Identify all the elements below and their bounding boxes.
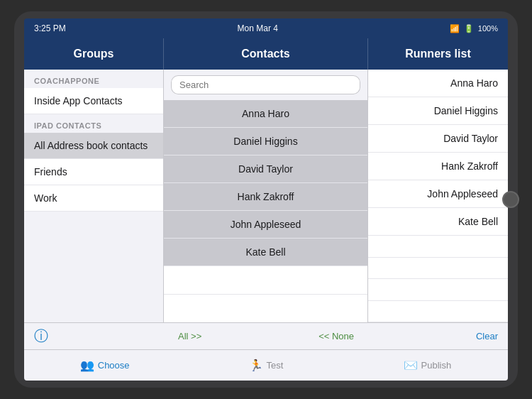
battery-percent: 100% xyxy=(478,24,498,33)
bottom-toolbar: ⓘ All >> << None Clear xyxy=(24,322,508,349)
contact-item-empty xyxy=(164,266,367,295)
contacts-list: Anna Haro Daniel Higgins David Taylor Ha… xyxy=(164,100,367,322)
contact-item[interactable]: Anna Haro xyxy=(164,100,367,128)
ipad-frame: 3:25 PM Mon Mar 4 📶 🔋 100% Groups Contac… xyxy=(14,11,518,388)
runner-item-empty xyxy=(368,258,508,280)
all-button[interactable]: All >> xyxy=(178,331,201,341)
tab-choose[interactable]: 👥 Choose xyxy=(24,359,185,372)
tab-test-label: Test xyxy=(267,360,284,371)
header-runners-label: Runners list xyxy=(405,48,470,60)
contacts-panel: Anna Haro Daniel Higgins David Taylor Ha… xyxy=(164,70,368,322)
groups-panel: COACHAPPONE Inside App Contacts IPAD CON… xyxy=(24,70,164,322)
header-groups-label: Groups xyxy=(74,48,114,60)
none-button[interactable]: << None xyxy=(318,331,354,341)
battery-icon: 🔋 xyxy=(464,24,474,33)
runner-item[interactable]: Kate Bell xyxy=(368,208,508,236)
contact-item[interactable]: John Appleseed xyxy=(164,211,367,239)
main-content: COACHAPPONE Inside App Contacts IPAD CON… xyxy=(24,70,508,322)
clear-button[interactable]: Clear xyxy=(476,331,498,341)
group-item-all-address[interactable]: All Address book contacts xyxy=(24,133,163,159)
contact-item[interactable]: Kate Bell xyxy=(164,239,367,266)
runner-item[interactable]: Daniel Higgins xyxy=(368,97,508,125)
contact-item[interactable]: David Taylor xyxy=(164,155,367,183)
bottom-center: All >> << None xyxy=(164,331,368,341)
header-bar: Groups Contacts Runners list xyxy=(24,38,508,70)
choose-icon: 👥 xyxy=(80,359,94,372)
tab-choose-label: Choose xyxy=(98,360,130,371)
group-item-inside-app[interactable]: Inside App Contacts xyxy=(24,88,163,114)
contact-item[interactable]: Hank Zakroff xyxy=(164,183,367,211)
info-button[interactable]: ⓘ xyxy=(34,327,48,346)
status-bar: 3:25 PM Mon Mar 4 📶 🔋 100% xyxy=(24,18,508,38)
header-runners: Runners list xyxy=(368,38,508,70)
runner-item[interactable]: Hank Zakroff xyxy=(368,153,508,180)
tab-publish[interactable]: ✉️ Publish xyxy=(347,359,508,372)
tab-publish-label: Publish xyxy=(421,360,452,371)
runner-item[interactable]: Anna Haro xyxy=(368,70,508,97)
tab-bar: 👥 Choose 🏃 Test ✉️ Publish xyxy=(24,349,508,381)
search-input[interactable] xyxy=(171,75,360,94)
publish-icon: ✉️ xyxy=(404,359,418,372)
contact-item-empty xyxy=(164,295,367,322)
status-date: Mon Mar 4 xyxy=(238,23,278,33)
header-contacts-label: Contacts xyxy=(241,48,289,60)
status-time: 3:25 PM xyxy=(34,23,66,33)
home-button[interactable] xyxy=(502,191,519,208)
runner-item[interactable]: David Taylor xyxy=(368,125,508,153)
runner-item[interactable]: John Appleseed xyxy=(368,180,508,208)
test-icon: 🏃 xyxy=(249,359,263,372)
header-groups: Groups xyxy=(24,38,164,70)
coachappone-label: COACHAPPONE xyxy=(24,70,163,88)
status-right: 📶 🔋 100% xyxy=(450,24,498,33)
runner-item-empty xyxy=(368,279,508,301)
runners-panel: Anna Haro Daniel Higgins David Taylor Ha… xyxy=(368,70,508,322)
header-contacts: Contacts xyxy=(164,38,368,70)
contact-item[interactable]: Daniel Higgins xyxy=(164,128,367,155)
tab-test[interactable]: 🏃 Test xyxy=(185,359,346,372)
search-bar xyxy=(164,70,367,100)
runner-item-empty xyxy=(368,236,508,258)
wifi-icon: 📶 xyxy=(450,24,460,33)
group-item-friends[interactable]: Friends xyxy=(24,159,163,185)
ipad-contacts-label: IPAD CONTACTS xyxy=(24,114,163,133)
bottom-left: ⓘ xyxy=(24,323,164,349)
bottom-right: Clear xyxy=(368,323,508,349)
runner-item-empty xyxy=(368,301,508,323)
group-item-work[interactable]: Work xyxy=(24,185,163,212)
